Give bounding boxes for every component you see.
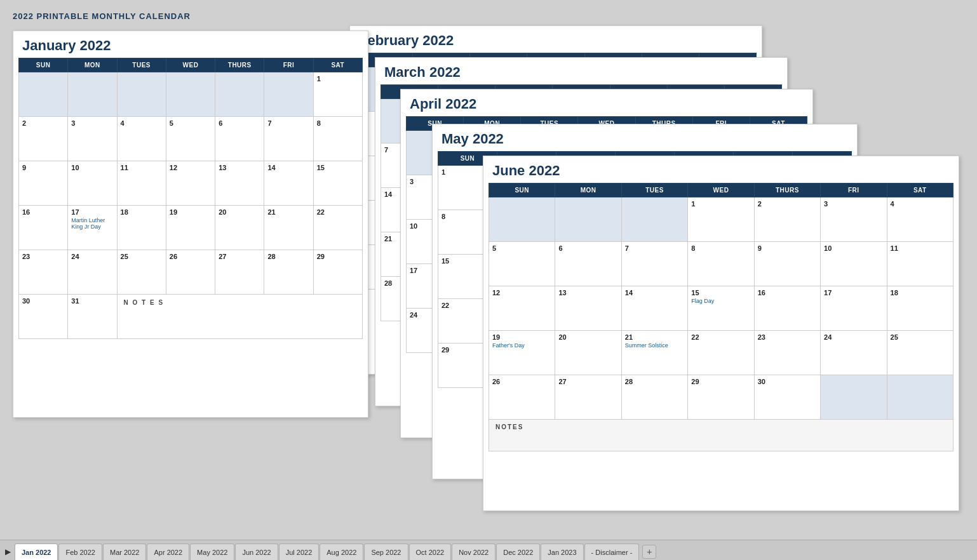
jan-title: January 2022 xyxy=(13,31,368,58)
jun-fri: FRI xyxy=(821,183,887,197)
tab-aug-2022[interactable]: Aug 2022 xyxy=(320,543,363,560)
jan-mon: MON xyxy=(68,58,117,72)
jun-thurs: THURS xyxy=(754,183,820,197)
january-sheet: January 2022 SUN MON TUES WED THURS FRI … xyxy=(13,30,368,418)
may-title: May 2022 xyxy=(433,124,857,151)
jun-tues: TUES xyxy=(621,183,687,197)
tab-jul-2022[interactable]: Jul 2022 xyxy=(279,543,320,560)
jan-notes-label: N O T E S xyxy=(124,299,165,306)
tab-apr-2022[interactable]: Apr 2022 xyxy=(147,543,189,560)
tab-nov-2022[interactable]: Nov 2022 xyxy=(452,543,495,560)
tab-oct-2022[interactable]: Oct 2022 xyxy=(409,543,452,560)
tab-sep-2022[interactable]: Sep 2022 xyxy=(364,543,408,560)
jun-title: June 2022 xyxy=(483,156,959,183)
mar-title: March 2022 xyxy=(375,58,787,84)
jun-sun: SUN xyxy=(489,183,555,197)
tab-nav-left[interactable]: ▶ xyxy=(1,545,14,559)
jan-fri: FRI xyxy=(264,58,313,72)
tab-may-2022[interactable]: May 2022 xyxy=(190,543,234,560)
tab-add-button[interactable]: + xyxy=(642,545,656,559)
feb-title: February 2022 xyxy=(350,26,762,53)
tab-dec-2022[interactable]: Dec 2022 xyxy=(496,543,540,560)
june-sheet: June 2022 SUN MON TUES WED THURS FRI SAT xyxy=(483,156,959,511)
tab-bar: ▶ Jan 2022 Feb 2022 Mar 2022 Apr 2022 Ma… xyxy=(0,540,977,560)
jan-sat: SAT xyxy=(313,58,362,72)
tab-jun-2022[interactable]: Jun 2022 xyxy=(235,543,278,560)
tab-feb-2022[interactable]: Feb 2022 xyxy=(58,543,102,560)
tab-disclaimer[interactable]: - Disclaimer - xyxy=(584,543,640,560)
jun-mon: MON xyxy=(555,183,621,197)
jan-wed: WED xyxy=(166,58,215,72)
jun-wed: WED xyxy=(688,183,754,197)
tab-mar-2022[interactable]: Mar 2022 xyxy=(103,543,146,560)
page-title: 2022 PRINTABLE MONTHLY CALENDAR xyxy=(13,11,964,21)
tab-jan-2022[interactable]: Jan 2022 xyxy=(15,543,58,560)
jan-sun: SUN xyxy=(19,58,68,72)
jun-notes-label: NOTES xyxy=(495,423,523,430)
tab-jan-2023[interactable]: Jan 2023 xyxy=(541,543,583,560)
apr-title: April 2022 xyxy=(401,90,812,116)
jun-sat: SAT xyxy=(887,183,953,197)
jan-tues: TUES xyxy=(117,58,166,72)
jan-thurs: THURS xyxy=(215,58,264,72)
main-area: 2022 PRINTABLE MONTHLY CALENDAR February… xyxy=(0,0,977,540)
